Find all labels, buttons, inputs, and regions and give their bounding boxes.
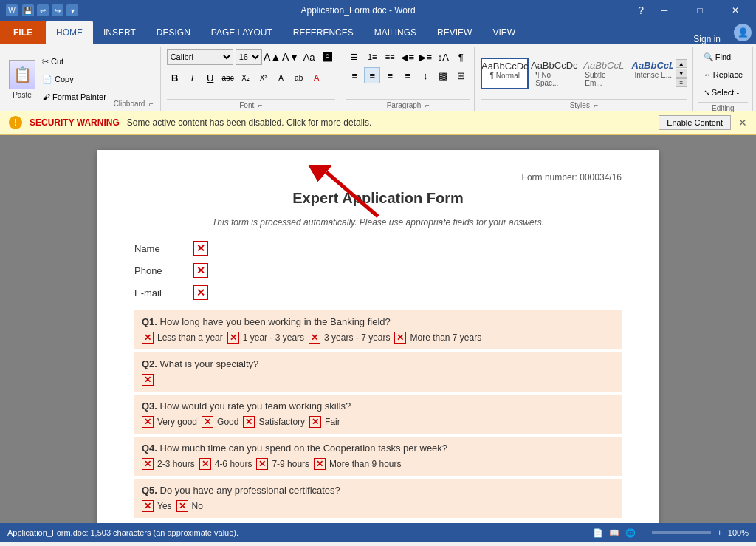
text-highlight-button[interactable]: ab [291,69,307,86]
security-close-button[interactable]: ✕ [738,117,747,129]
superscript-button[interactable]: X² [255,69,272,86]
security-warning-label: SECURITY WARNING [30,117,120,128]
styles-more[interactable]: ≡ [676,78,687,87]
sort-button[interactable]: ↕A [435,49,451,65]
q3-check-4[interactable]: ✕ [309,416,321,428]
help-button[interactable]: ? [638,4,644,16]
borders-button[interactable]: ⊞ [453,67,469,83]
web-icon[interactable]: 🌐 [625,528,636,538]
align-right-button[interactable]: ≡ [382,67,398,83]
q1-check-1[interactable]: ✕ [142,332,154,344]
q3-option-1: ✕ Very good [142,416,197,428]
font-name-selector[interactable]: Calibri [167,49,233,65]
q4-check-1[interactable]: ✕ [142,458,154,470]
q5-check-1[interactable]: ✕ [142,500,154,512]
q4-options: ✕ 2-3 hours ✕ 4-6 hours ✕ 7-9 hours ✕ Mo… [142,458,614,470]
bold-button[interactable]: B [167,69,183,86]
read-icon[interactable]: 📖 [609,528,619,538]
customize-icon[interactable]: ▾ [66,4,78,16]
italic-button[interactable]: I [185,69,201,86]
align-center-button[interactable]: ≡ [364,67,380,83]
style-normal[interactable]: AaBbCcDc ¶ Normal [481,58,529,89]
q3-label-2: Good [217,417,238,427]
security-text: Some active content has been disabled. C… [127,117,651,128]
q5-check-2[interactable]: ✕ [176,500,188,512]
field-input-phone[interactable]: ✕ [193,263,208,278]
q4-check-4[interactable]: ✕ [314,458,326,470]
clear-format-button[interactable]: 🅰 [320,49,336,65]
q1-check-2[interactable]: ✕ [227,332,239,344]
multilevel-list-button[interactable]: ≡≡ [382,49,398,65]
redo-icon[interactable]: ↪ [52,4,63,16]
tab-view[interactable]: VIEW [482,21,526,44]
file-tab[interactable]: FILE [0,21,46,44]
sign-in[interactable]: Sign in [684,34,729,44]
strikethrough-button[interactable]: abc [220,69,236,86]
editing-group: 🔍 Find ↔ Replace ↘ Select - Editing [694,47,753,111]
style-subtle[interactable]: AaBbCcL Subtle Em... [580,58,628,89]
style-no-space[interactable]: AaBbCcDc ¶ No Spac... [530,58,578,89]
font-color-button[interactable]: A [309,69,325,86]
save-icon[interactable]: 💾 [22,4,34,16]
numbering-button[interactable]: 1≡ [364,49,380,65]
q4-label-4: More than 9 hours [329,459,401,469]
underline-button[interactable]: U [202,69,219,86]
q3-check-3[interactable]: ✕ [243,416,255,428]
find-button[interactable]: 🔍 Find [698,49,736,65]
paste-button[interactable]: 📋 Paste [7,49,37,109]
field-input-name[interactable]: ✕ [193,241,208,256]
q5-label-1: Yes [157,501,172,511]
styles-scroll-up[interactable]: ▲ [676,59,687,68]
cut-button[interactable]: ✂ Cut [38,53,110,69]
q2-check-1[interactable]: ✕ [142,374,154,386]
line-spacing-button[interactable]: ↕ [417,67,433,83]
q3-check-1[interactable]: ✕ [142,416,154,428]
align-left-button[interactable]: ≡ [346,67,362,83]
tab-mailings[interactable]: MAILINGS [364,21,427,44]
field-input-email[interactable]: ✕ [193,285,208,300]
tab-insert[interactable]: INSERT [93,21,146,44]
bullets-button[interactable]: ☰ [346,49,362,65]
justify-button[interactable]: ≡ [399,67,416,83]
minimize-button[interactable]: ─ [650,0,679,21]
zoom-in-button[interactable]: + [717,528,721,537]
decrease-indent-button[interactable]: ◀≡ [399,49,416,65]
change-case-button[interactable]: Aa [301,49,317,65]
question-q1: Q1. How long have you been working in th… [134,310,622,349]
q1-option-2: ✕ 1 year - 3 years [227,332,304,344]
format-painter-button[interactable]: 🖌 Format Painter [38,89,110,105]
zoom-slider[interactable] [652,531,711,534]
enable-content-button[interactable]: Enable Content [659,115,731,130]
styles-scroll-down[interactable]: ▼ [676,69,687,78]
select-button[interactable]: ↘ Select - [698,84,744,100]
field-row-name: Name ✕ [134,241,622,256]
font-size-selector[interactable]: 16 [236,49,262,65]
increase-indent-button[interactable]: ▶≡ [417,49,433,65]
layout-icon[interactable]: 📄 [593,528,603,538]
replace-button[interactable]: ↔ Replace [698,66,748,83]
q4-check-3[interactable]: ✕ [256,458,268,470]
grow-font-button[interactable]: A▲ [264,49,281,65]
show-marks-button[interactable]: ¶ [453,49,469,65]
tab-page-layout[interactable]: PAGE LAYOUT [201,21,283,44]
q3-check-2[interactable]: ✕ [202,416,213,428]
q4-check-2[interactable]: ✕ [199,458,211,470]
zoom-out-button[interactable]: − [642,528,646,537]
text-effects-button[interactable]: A [273,69,289,86]
undo-icon[interactable]: ↩ [37,4,49,16]
tab-references[interactable]: REFERENCES [283,21,364,44]
q3-option-3: ✕ Satisfactory [243,416,305,428]
shrink-font-button[interactable]: A▼ [283,49,299,65]
close-button[interactable]: ✕ [721,0,750,21]
copy-button[interactable]: 📄 Copy [38,71,110,87]
tab-review[interactable]: REVIEW [427,21,482,44]
maximize-button[interactable]: □ [685,0,715,21]
style-intense[interactable]: AaBbCcL Intense E... [629,58,673,89]
tab-design[interactable]: DESIGN [146,21,201,44]
tab-home[interactable]: HOME [46,21,93,44]
q1-check-4[interactable]: ✕ [394,332,406,344]
q1-check-3[interactable]: ✕ [309,332,320,344]
subscript-button[interactable]: X₂ [238,69,254,86]
q4-option-2: ✕ 4-6 hours [199,458,252,470]
shading-button[interactable]: ▩ [435,67,451,83]
